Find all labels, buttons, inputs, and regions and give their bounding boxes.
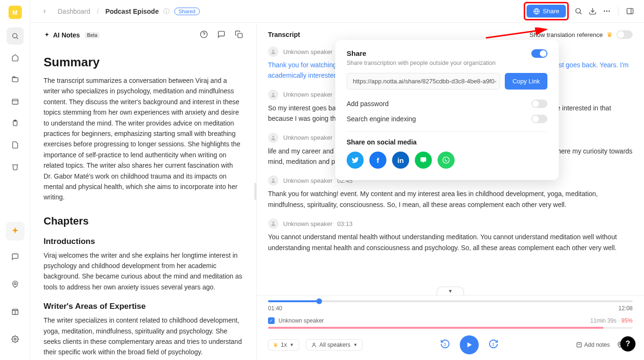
more-button[interactable] [602, 7, 611, 16]
turn-text: Thank you for watching! event. My conten… [268, 189, 633, 210]
seo-toggle[interactable] [531, 115, 547, 123]
sidebar-search[interactable] [7, 27, 24, 45]
avatar[interactable]: M [9, 6, 22, 19]
sidebar-calendar[interactable] [7, 93, 24, 110]
breadcrumb-root[interactable]: Dashboard [58, 8, 90, 15]
sidebar-file[interactable] [7, 136, 24, 153]
turn-speaker: Unknown speaker [283, 91, 332, 98]
copy-link-button[interactable]: Copy Link [505, 73, 547, 90]
svg-point-24 [272, 50, 274, 52]
sidebar-settings[interactable] [7, 331, 24, 348]
sidebar-trash[interactable] [7, 158, 24, 175]
svg-rect-23 [238, 33, 242, 37]
sidebar-location[interactable] [7, 276, 24, 293]
share-linkedin[interactable]: in [392, 152, 409, 169]
whatsapp-icon [442, 156, 450, 164]
note-icon [576, 342, 582, 348]
chapter-title: Writer's Areas of Expertise [44, 302, 243, 311]
share-line[interactable] [415, 152, 432, 169]
sidebar-chat[interactable] [7, 248, 24, 265]
sidebar-clipboard[interactable] [7, 115, 24, 132]
collapse-handle[interactable]: ▼ [257, 287, 644, 295]
chapter-text: Viraj welcomes the writer and she explai… [44, 250, 243, 293]
resize-handle[interactable] [254, 183, 257, 200]
svg-point-0 [12, 34, 17, 38]
svg-marker-30 [467, 342, 472, 348]
globe-icon [533, 8, 540, 15]
download-button[interactable] [588, 7, 597, 16]
add-notes-button[interactable]: Add notes [576, 342, 610, 348]
sidebar-ai-button[interactable] [6, 222, 25, 241]
show-ref-toggle[interactable] [617, 30, 633, 39]
speakers-picker[interactable]: All speakers ▼ [306, 339, 363, 351]
share-url[interactable]: https://app.notta.ai/share/8275cdbb-d3c8… [347, 73, 500, 90]
svg-rect-31 [577, 342, 581, 347]
shared-badge: Shared [174, 8, 199, 15]
share-twitter[interactable] [347, 152, 364, 169]
share-button-label: Share [543, 8, 559, 15]
svg-point-28 [272, 222, 274, 224]
chat-icon [217, 30, 225, 38]
summary-text: The transcript summarizes a conversation… [44, 75, 243, 203]
speaker-avatar [268, 218, 278, 229]
svg-point-29 [313, 343, 315, 345]
panel-button[interactable] [625, 7, 635, 16]
skip-forward-button[interactable]: 3 [488, 339, 499, 351]
share-toggle[interactable] [531, 49, 547, 58]
chat-button[interactable] [217, 30, 225, 40]
help-icon [200, 30, 208, 38]
svg-point-16 [604, 10, 605, 12]
svg-point-13 [575, 9, 580, 13]
share-highlight: Share [524, 2, 569, 20]
turn-speaker: Unknown speaker [283, 220, 332, 227]
svg-point-25 [272, 93, 274, 95]
calendar-icon [11, 98, 19, 105]
download-icon [589, 7, 597, 15]
share-title: Share [347, 49, 367, 57]
speaker-avatar [268, 46, 278, 57]
progress-bar[interactable] [268, 300, 633, 302]
info-icon[interactable]: ⓘ [163, 7, 170, 16]
settings-icon [11, 335, 19, 343]
sidebar-home[interactable] [7, 49, 24, 66]
copy-button[interactable] [235, 30, 243, 40]
transcript-pane: Transcript Show translation reference ♛ … [257, 23, 644, 360]
transcript-turn[interactable]: Unknown speaker 02:45 Thank you for watc… [268, 175, 633, 210]
ai-notes-pane: AI Notes Beta Summary The transcript sum… [30, 23, 257, 360]
playback-bar: 01:40 12:08 ✓ Unknown speaker 11min 39s … [257, 295, 644, 360]
speaker-checkbox[interactable]: ✓ [268, 317, 275, 324]
speed-picker[interactable]: ♛1x ▼ [268, 339, 299, 351]
chevron-down-icon: ▼ [353, 342, 358, 347]
help-fab[interactable]: ? [620, 336, 635, 351]
chapter-title: Introductions [44, 237, 243, 246]
breadcrumb-current: Podcast Episode [105, 8, 159, 15]
skip-back-button[interactable]: 3 [440, 339, 450, 351]
share-button[interactable]: Share [527, 5, 566, 18]
turn-time: 03:13 [337, 220, 353, 227]
back-button[interactable] [40, 7, 49, 16]
chevron-down-icon: ▼ [290, 342, 294, 347]
sidebar-gift[interactable] [7, 303, 24, 320]
play-button[interactable] [460, 335, 479, 354]
speaker-avatar [268, 90, 278, 100]
chapters-heading: Chapters [44, 215, 243, 227]
transcript-turn[interactable]: Unknown speaker 03:13 You cannot underst… [268, 218, 633, 253]
share-popover: Share Share transcription with people ou… [335, 40, 559, 180]
help-button[interactable] [200, 30, 208, 40]
clipboard-icon [11, 119, 19, 127]
add-password-toggle[interactable] [531, 99, 547, 108]
sparkle-icon [44, 32, 50, 38]
file-icon [11, 141, 19, 149]
current-time: 01:40 [268, 305, 282, 312]
top-search[interactable] [573, 7, 583, 16]
chat-icon [11, 253, 19, 261]
progress-thumb[interactable] [316, 298, 322, 304]
search-icon [574, 7, 582, 15]
svg-point-18 [608, 10, 610, 12]
crown-icon: ♛ [607, 31, 613, 38]
sidebar-folder[interactable] [7, 71, 24, 88]
share-whatsapp[interactable] [438, 152, 455, 169]
total-time: 12:08 [618, 305, 633, 312]
share-facebook[interactable]: f [369, 152, 386, 169]
summary-heading: Summary [44, 55, 243, 70]
